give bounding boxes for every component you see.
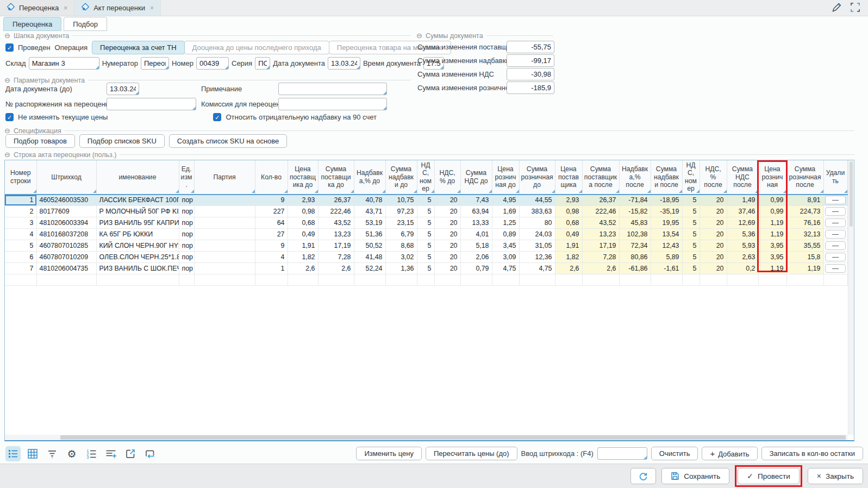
table-cell[interactable]: пор (179, 195, 194, 206)
table-cell[interactable]: 2,6 (555, 263, 582, 274)
collapse-icon[interactable]: ⊖ (4, 127, 10, 135)
column-header-23[interactable]: Цена розничная (758, 160, 786, 195)
table-cell[interactable]: 80 (519, 217, 555, 229)
table-cell[interactable]: -15,82 (619, 206, 651, 217)
order-input[interactable] (107, 98, 196, 110)
column-header-14[interactable]: Цена розничная до (492, 160, 519, 195)
delete-row-button[interactable]: — (825, 218, 846, 227)
table-cell[interactable]: 50,52 (354, 240, 385, 252)
table-cell[interactable]: 4605246003530 (36, 195, 96, 206)
table-cell[interactable]: 20 (434, 240, 460, 252)
table-cell[interactable]: 12,36 (519, 252, 555, 263)
collapse-icon[interactable]: ⊖ (4, 151, 10, 159)
table-cell[interactable]: 4,01 (460, 229, 492, 240)
op-button-dotsenka[interactable]: Дооценка до цены последнего прихода (184, 41, 329, 54)
fullscreen-icon[interactable] (850, 2, 860, 14)
table-cell[interactable]: 72,34 (619, 240, 651, 252)
table-cell[interactable]: 4810168037208 (36, 229, 96, 240)
table-cell[interactable]: 3,45 (492, 240, 519, 252)
table-cell[interactable]: 1,19 (786, 263, 823, 274)
vertical-scrollbar[interactable] (848, 160, 854, 435)
table-cell[interactable]: -71,84 (619, 195, 651, 206)
table-cell[interactable]: 64 (255, 217, 288, 229)
table-cell[interactable]: 1,49 (727, 195, 758, 206)
table-cell[interactable]: КА 65Г РБ ЮККИ (96, 229, 179, 240)
column-header-21[interactable]: НДС, % после (700, 160, 727, 195)
table-cell[interactable]: 1,19 (758, 263, 786, 274)
column-header-25[interactable]: Удалить (823, 160, 847, 195)
table-cell[interactable]: 5 (5, 240, 36, 252)
table-cell[interactable]: 0,98 (288, 206, 318, 217)
table-cell[interactable]: — (823, 195, 847, 206)
table-cell[interactable] (194, 252, 255, 263)
table-cell[interactable]: 0,79 (460, 263, 492, 274)
table-cell[interactable]: Р МОЛОЧНЫЙ 50Г РФ KINDE (96, 206, 179, 217)
table-cell[interactable]: 44,55 (519, 195, 555, 206)
create-sku-list-button[interactable]: Создать список SKU на основе (169, 134, 287, 148)
column-header-10[interactable]: Сумма надбавки до (385, 160, 417, 195)
table-cell[interactable]: 1,36 (385, 263, 417, 274)
table-cell[interactable]: 20 (700, 252, 727, 263)
change-price-button[interactable]: Изменить цену (356, 447, 421, 460)
table-cell[interactable]: 5,18 (460, 240, 492, 252)
write-to-stock-button[interactable]: Записать в кол-во остатки (761, 447, 863, 460)
close-button[interactable]: ×Закрыть (808, 468, 863, 484)
horizontal-scrollbar[interactable] (5, 435, 848, 440)
table-cell[interactable]: 17,19 (582, 240, 619, 252)
table-cell[interactable]: -18,95 (651, 195, 682, 206)
delete-row-button[interactable]: — (825, 196, 846, 204)
proveden-checkbox[interactable] (5, 43, 14, 52)
column-header-15[interactable]: Сумма розничная до (519, 160, 555, 195)
table-cell[interactable]: 0,68 (288, 217, 318, 229)
note-input[interactable] (278, 83, 387, 95)
table-cell[interactable]: 9 (255, 195, 288, 206)
table-cell[interactable]: 24,03 (519, 229, 555, 240)
table-cell[interactable] (194, 206, 255, 217)
table-cell[interactable] (194, 240, 255, 252)
table-cell[interactable]: 41,48 (354, 252, 385, 263)
table-cell[interactable]: 0,2 (727, 263, 758, 274)
table-cell[interactable] (194, 195, 255, 206)
table-cell[interactable]: 383,63 (519, 206, 555, 217)
table-cell[interactable]: пор (179, 217, 194, 229)
table-cell[interactable]: 0,89 (492, 229, 519, 240)
delete-row-button[interactable]: — (825, 230, 846, 239)
table-cell[interactable]: пор (179, 229, 194, 240)
table-cell[interactable]: 6,79 (385, 229, 417, 240)
table-cell[interactable]: 5 (682, 217, 700, 229)
barcode-input[interactable] (597, 447, 647, 460)
table-cell[interactable]: 52,24 (354, 263, 385, 274)
table-cell[interactable]: 5 (682, 252, 700, 263)
keep-prices-checkbox[interactable] (5, 113, 14, 121)
table-cell[interactable]: -1,61 (651, 263, 682, 274)
table-cell[interactable]: 20 (700, 240, 727, 252)
table-cell[interactable]: 37,46 (727, 206, 758, 217)
table-cell[interactable]: 4810206003394 (36, 217, 96, 229)
table-cell[interactable]: 224,73 (786, 206, 823, 217)
table-cell[interactable]: 31,05 (519, 240, 555, 252)
select-goods-button[interactable]: Подбор товаров (5, 134, 75, 148)
table-cell[interactable]: 7,28 (318, 252, 354, 263)
column-header-9[interactable]: Надбавка,% до (354, 160, 385, 195)
table-cell[interactable]: 222,46 (318, 206, 354, 217)
list-view-icon[interactable] (5, 446, 21, 461)
table-cell[interactable]: 1,82 (555, 252, 582, 263)
column-header-24[interactable]: Сумма розничная после (786, 160, 823, 195)
table-cell[interactable]: 2,06 (460, 252, 492, 263)
delete-row-button[interactable]: — (825, 264, 846, 273)
table-cell[interactable]: 5 (417, 217, 434, 229)
table-cell[interactable]: 15,8 (786, 252, 823, 263)
table-cell[interactable]: пор (179, 206, 194, 217)
close-tab-icon[interactable]: × (150, 4, 154, 12)
table-cell[interactable]: 4 (255, 252, 288, 263)
column-header-2[interactable]: Штрихкод (36, 160, 96, 195)
table-cell[interactable]: 63,94 (460, 206, 492, 217)
table-cell[interactable]: 4810206004735 (36, 263, 96, 274)
table-cell[interactable]: 20 (434, 217, 460, 229)
table-cell[interactable]: 4 (5, 229, 36, 240)
table-cell[interactable]: -35,19 (651, 206, 682, 217)
table-cell[interactable]: 2 (5, 206, 36, 217)
column-header-8[interactable]: Сумма поставщика до (318, 160, 354, 195)
table-cell[interactable]: 32,13 (786, 229, 823, 240)
refresh-button[interactable] (630, 468, 656, 484)
